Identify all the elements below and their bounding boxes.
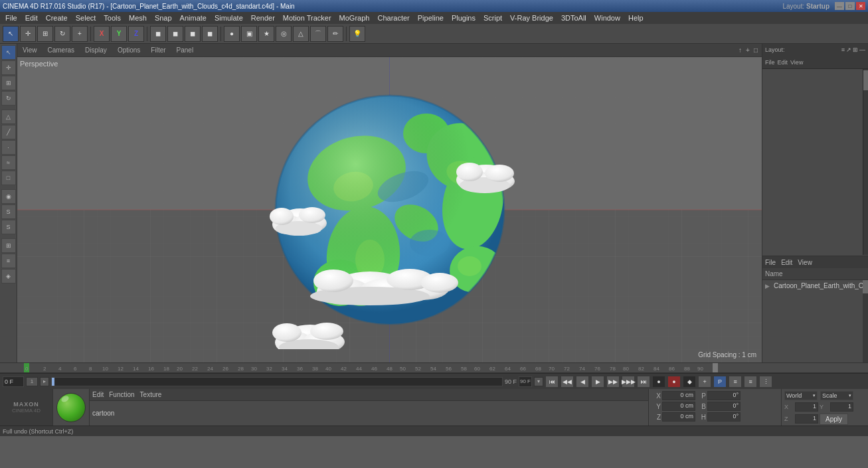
pb-goto-start[interactable]: ⏮ <box>545 376 559 388</box>
pb-prev-frame[interactable]: ◀ <box>576 376 589 388</box>
coord-h-rot[interactable]: 0° <box>707 412 740 422</box>
tool-mirror[interactable]: S <box>1 220 16 234</box>
tool-grid[interactable]: ⊞ <box>1 238 16 253</box>
tool-cursor[interactable]: ↖ <box>3 26 19 42</box>
menu-pipeline[interactable]: Pipeline <box>414 12 448 24</box>
tool-x[interactable]: X <box>94 26 110 42</box>
vp-tab-cameras[interactable]: Cameras <box>45 46 78 54</box>
current-frame-input[interactable]: 0 F <box>3 376 24 387</box>
pb-next-frame[interactable]: ▶▶ <box>606 376 620 388</box>
pb-mode1[interactable]: + <box>698 376 711 388</box>
vp-icon-plus[interactable]: + <box>744 46 751 54</box>
tool-y[interactable]: Y <box>111 26 127 42</box>
close-btn[interactable]: ✕ <box>856 2 865 10</box>
menu-mesh[interactable]: Mesh <box>125 12 151 24</box>
panel-icon-arrow[interactable]: ↗ <box>846 46 851 53</box>
tool-transform[interactable]: + <box>72 26 88 42</box>
tool-spline[interactable]: ≈ <box>1 155 16 170</box>
pb-key[interactable]: ◆ <box>683 376 696 388</box>
frame-step-arrow[interactable]: ▸ <box>40 377 49 386</box>
tool-edge[interactable]: ╱ <box>1 125 16 139</box>
pb-record-active[interactable]: ● <box>667 376 681 388</box>
apply-button[interactable]: Apply <box>820 414 848 425</box>
rp-edit[interactable]: Edit <box>778 59 788 66</box>
coord-x-scale[interactable]: 1 <box>795 402 818 412</box>
menu-character[interactable]: Character <box>373 12 413 24</box>
scene-item-expand[interactable]: ▶ <box>765 283 770 289</box>
tool-sphere[interactable]: ● <box>224 26 240 42</box>
coord-scale-dropdown[interactable]: Scale ▾ <box>820 391 853 400</box>
coord-x-pos[interactable]: 0 cm <box>662 391 695 400</box>
tool-cube[interactable]: ▣ <box>241 26 257 42</box>
rp2-file[interactable]: File <box>765 259 776 266</box>
tool-deformer[interactable]: ⌒ <box>310 26 326 42</box>
pb-play[interactable]: ▶ <box>591 376 604 388</box>
pb-record[interactable]: ● <box>652 376 665 388</box>
maximize-btn[interactable]: □ <box>845 2 855 10</box>
mat-menu-function[interactable]: Function <box>109 391 134 398</box>
minimize-btn[interactable]: — <box>835 2 844 10</box>
tool-anim4[interactable]: ◼ <box>202 26 218 42</box>
tool-magnet[interactable]: ◉ <box>1 189 16 204</box>
tool-object[interactable]: □ <box>1 171 16 185</box>
material-swatch-area[interactable] <box>53 389 90 426</box>
menu-help[interactable]: Help <box>624 12 648 24</box>
tool-rotate2[interactable]: ↻ <box>1 91 16 106</box>
pb-mode2[interactable]: P <box>713 376 727 388</box>
menu-snap[interactable]: Snap <box>151 12 176 24</box>
vp-icon-maximize[interactable]: □ <box>752 46 759 54</box>
coord-p-rot[interactable]: 0° <box>707 391 740 400</box>
tool-pen[interactable]: ✏ <box>327 26 343 42</box>
tool-anim1[interactable]: ◼ <box>150 26 166 42</box>
rp2-edit[interactable]: Edit <box>781 259 792 266</box>
right-panel-scrollbar[interactable] <box>863 69 868 255</box>
pb-mode3[interactable]: ≡ <box>729 376 742 388</box>
pb-prev-key[interactable]: ◀◀ <box>561 376 574 388</box>
menu-window[interactable]: Window <box>590 12 624 24</box>
mat-menu-texture[interactable]: Texture <box>140 391 162 398</box>
tool-anim2[interactable]: ◼ <box>167 26 183 42</box>
menu-file[interactable]: File <box>1 12 21 24</box>
tool-point[interactable]: · <box>1 140 16 155</box>
pb-mode4[interactable]: ≡ <box>744 376 757 388</box>
coord-z-scale[interactable]: 1 <box>795 414 818 424</box>
tool-sym[interactable]: ◈ <box>1 269 16 283</box>
vp-icon-up[interactable]: ↑ <box>737 46 743 54</box>
rp2-view[interactable]: View <box>798 259 812 266</box>
rp-file[interactable]: File <box>765 59 775 66</box>
viewport[interactable]: Perspective <box>17 57 762 362</box>
tool-material[interactable]: ◎ <box>276 26 292 42</box>
rp-view[interactable]: View <box>790 59 803 66</box>
menu-create[interactable]: Create <box>42 12 72 24</box>
menu-motiontracker[interactable]: Motion Tracker <box>279 12 335 24</box>
vp-tab-display[interactable]: Display <box>82 46 110 54</box>
frame-step[interactable]: 1 <box>26 377 38 386</box>
pb-mode5[interactable]: ⋮ <box>759 376 772 388</box>
menu-render[interactable]: Render <box>247 12 279 24</box>
menu-3dtoall[interactable]: 3DToAll <box>557 12 590 24</box>
panel-icon-minimize[interactable]: — <box>859 46 865 53</box>
vp-tab-filter[interactable]: Filter <box>148 46 168 54</box>
tool-rotate[interactable]: ↻ <box>54 26 70 42</box>
menu-tools[interactable]: Tools <box>100 12 125 24</box>
tool-z[interactable]: Z <box>128 26 144 42</box>
tool-anim3[interactable]: ◼ <box>185 26 201 42</box>
coord-world-dropdown[interactable]: World ▾ <box>784 391 818 400</box>
tool-bulb[interactable]: 💡 <box>349 26 365 42</box>
tool-polygon[interactable]: △ <box>293 26 309 42</box>
coord-y-scale[interactable]: 1 <box>830 402 853 412</box>
tool-brush[interactable]: S <box>1 204 16 219</box>
tool-move[interactable]: ✛ <box>20 26 36 42</box>
vp-tab-options[interactable]: Options <box>115 46 143 54</box>
menu-simulate[interactable]: Simulate <box>211 12 247 24</box>
timeline-scrubber[interactable] <box>51 377 503 386</box>
menu-edit[interactable]: Edit <box>21 12 42 24</box>
coord-y-pos[interactable]: 0 cm <box>662 402 695 411</box>
tool-select[interactable]: ↖ <box>1 45 16 60</box>
menu-vray[interactable]: V-Ray Bridge <box>506 12 557 24</box>
vp-tab-view[interactable]: View <box>20 46 40 54</box>
tool-scale2[interactable]: ⊞ <box>1 76 16 90</box>
tool-layer[interactable]: ≡ <box>1 254 16 268</box>
right-panel2-scrollbar[interactable] <box>863 280 868 362</box>
panel-icon-menu[interactable]: ≡ <box>841 46 845 53</box>
